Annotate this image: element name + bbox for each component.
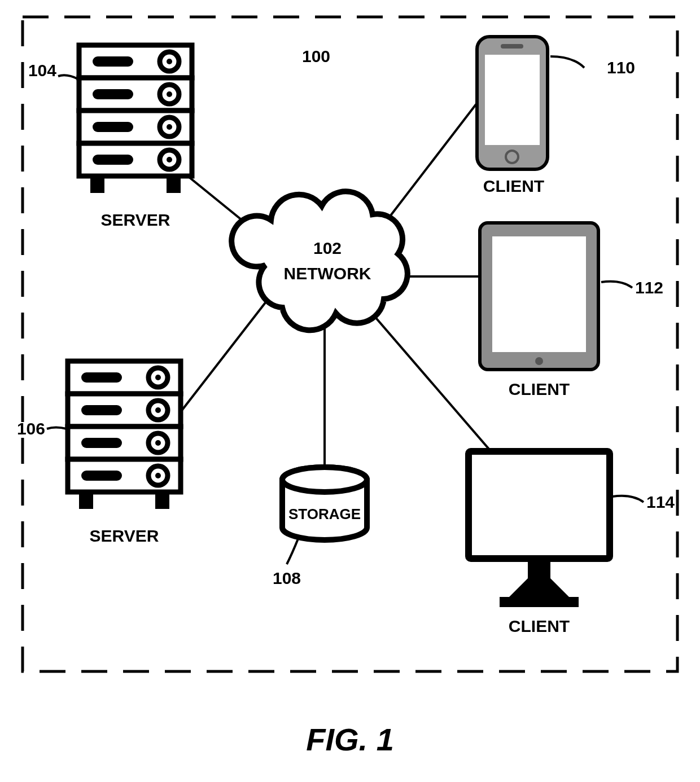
client-desktop-ref: 114 bbox=[646, 493, 675, 511]
svg-rect-45 bbox=[501, 44, 523, 49]
svg-rect-11 bbox=[93, 56, 133, 67]
network-ref: 102 bbox=[313, 239, 342, 257]
svg-line-1 bbox=[181, 299, 268, 412]
svg-rect-32 bbox=[81, 405, 122, 415]
figure-caption: FIG. 1 bbox=[306, 722, 394, 757]
svg-rect-41 bbox=[79, 492, 93, 509]
svg-point-34 bbox=[155, 407, 161, 413]
svg-rect-51 bbox=[500, 597, 579, 607]
svg-rect-50 bbox=[469, 451, 610, 559]
svg-rect-17 bbox=[93, 122, 133, 132]
svg-point-19 bbox=[167, 124, 172, 130]
client-phone: CLIENT 110 bbox=[477, 37, 635, 195]
svg-rect-48 bbox=[492, 236, 586, 352]
client-tablet-label: CLIENT bbox=[509, 380, 570, 398]
svg-rect-42 bbox=[155, 492, 169, 509]
svg-rect-35 bbox=[81, 438, 122, 448]
server-2-label: SERVER bbox=[90, 526, 159, 545]
svg-point-16 bbox=[167, 91, 172, 97]
svg-point-40 bbox=[155, 473, 161, 478]
storage-ref: 108 bbox=[273, 569, 301, 587]
svg-point-13 bbox=[167, 59, 172, 64]
svg-rect-23 bbox=[90, 176, 104, 193]
storage-label: STORAGE bbox=[288, 506, 361, 522]
network-label: NETWORK bbox=[284, 264, 371, 283]
storage-node: STORAGE 108 bbox=[273, 467, 367, 587]
server-2: SERVER 106 bbox=[17, 361, 181, 545]
svg-rect-29 bbox=[81, 372, 122, 383]
system-ref: 100 bbox=[302, 47, 330, 65]
svg-point-6 bbox=[282, 467, 367, 492]
svg-rect-38 bbox=[81, 471, 122, 481]
svg-rect-44 bbox=[485, 55, 540, 145]
client-tablet: CLIENT 112 bbox=[480, 223, 663, 398]
client-tablet-ref: 112 bbox=[635, 278, 663, 297]
server-2-ref: 106 bbox=[17, 419, 45, 438]
network-cloud: 102 NETWORK bbox=[231, 191, 408, 330]
client-phone-ref: 110 bbox=[607, 58, 635, 77]
client-phone-label: CLIENT bbox=[483, 177, 544, 195]
client-desktop-label: CLIENT bbox=[509, 617, 570, 635]
client-desktop: CLIENT 114 bbox=[469, 451, 675, 635]
svg-point-22 bbox=[167, 157, 172, 162]
svg-rect-20 bbox=[93, 155, 133, 165]
server-1: SERVER 104 bbox=[28, 45, 192, 229]
svg-point-49 bbox=[535, 357, 543, 365]
svg-point-37 bbox=[155, 440, 161, 446]
server-1-label: SERVER bbox=[101, 210, 170, 229]
svg-rect-14 bbox=[93, 89, 133, 99]
server-1-ref: 104 bbox=[28, 61, 56, 80]
svg-rect-24 bbox=[167, 176, 181, 193]
svg-point-31 bbox=[155, 375, 161, 380]
